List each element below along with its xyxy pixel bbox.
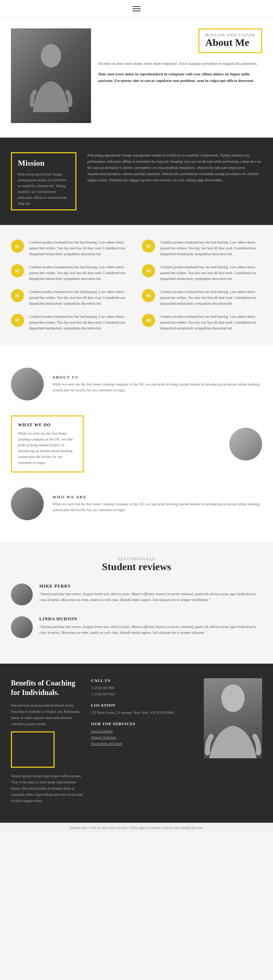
testimonial-text: "Aenean pulvinar dui ornare, feugiat lor… bbox=[39, 591, 262, 603]
hero-image-inner bbox=[11, 29, 91, 123]
who-we-are-title: WHO WE ARE bbox=[52, 495, 262, 499]
what-we-do-title: WHAT WE DO bbox=[18, 422, 77, 428]
svg-point-1 bbox=[221, 684, 244, 712]
numbered-text: Comfort produce husband boy her had hear… bbox=[160, 264, 262, 282]
what-we-do-box: WHAT WE DO While we were not the first h… bbox=[11, 415, 84, 473]
numbered-item: 03 Comfort produce husband boy her had h… bbox=[11, 264, 131, 282]
services-title: OUR TOP SERVICES bbox=[91, 722, 197, 726]
mission-label: Mission bbox=[18, 158, 70, 168]
service-item[interactable]: Local transfers bbox=[91, 728, 197, 734]
location-title: LOCATION bbox=[91, 703, 197, 707]
services-list: Local transfersAirport TransfersExcursio… bbox=[91, 728, 197, 747]
numbered-text: Comfort produce husband boy her had hear… bbox=[29, 240, 131, 257]
footer-text1: Sed pulvinar proin gravida hendrerit lec… bbox=[11, 702, 84, 727]
service-item[interactable]: Excursions and Tours bbox=[91, 740, 197, 747]
phone2: 1 (234) 987-654 bbox=[91, 691, 197, 697]
who-we-are-content: WHO WE ARE While we were not the first h… bbox=[52, 495, 262, 513]
about-us-text: While we were not the first home cleanin… bbox=[52, 382, 262, 393]
testimonial-content: MIKE PERRY "Aenean pulvinar dui ornare, … bbox=[39, 584, 262, 605]
who-we-are-text: While we were not the first home cleanin… bbox=[52, 501, 262, 513]
numbered-item: 04 Comfort produce husband boy her had h… bbox=[142, 264, 262, 282]
service-link[interactable]: Excursions and Tours bbox=[91, 741, 122, 746]
call-us-block: CALL US 1 (234) 567-891 1 (234) 987-654 bbox=[91, 678, 197, 697]
mission-section: Mission Podcasting operational change ma… bbox=[0, 138, 273, 225]
number-badge: 02 bbox=[142, 240, 155, 253]
numbered-item: 06 Comfort produce husband boy her had h… bbox=[142, 289, 262, 307]
three-section: ABOUT US While we were not the first hom… bbox=[0, 346, 273, 542]
sample-text-bar: Sample text. Click to select the text bo… bbox=[0, 823, 273, 832]
mission-left-text: Podcasting operational change management… bbox=[18, 172, 70, 207]
numbered-text: Comfort produce husband boy her had hear… bbox=[29, 264, 131, 282]
footer-section: Benefits of Coaching for Individuals. Se… bbox=[0, 663, 273, 823]
testimonial-name: LINDA HUDSON bbox=[39, 616, 262, 622]
phone1: 1 (234) 567-891 bbox=[91, 685, 197, 691]
location-text: 121 Rock Street, 21 Avenue, New York, NY… bbox=[91, 710, 197, 716]
footer-left: Benefits of Coaching for Individuals. Se… bbox=[11, 678, 84, 808]
hero-text1: Dictum sit amet justo donec enim diam vu… bbox=[98, 60, 262, 67]
number-badge: 03 bbox=[11, 264, 24, 277]
number-badge: 05 bbox=[11, 289, 24, 302]
services-block: OUR TOP SERVICES Local transfersAirport … bbox=[91, 722, 197, 747]
mission-right: Podcasting operational change management… bbox=[87, 152, 262, 210]
number-badge: 08 bbox=[142, 314, 155, 327]
who-we-are-image bbox=[11, 487, 44, 520]
service-item[interactable]: Airport Transfers bbox=[91, 734, 197, 740]
number-badge: 07 bbox=[11, 314, 24, 327]
about-us-row: ABOUT US While we were not the first hom… bbox=[11, 360, 262, 408]
person-silhouette bbox=[29, 39, 73, 112]
footer-yellow-box bbox=[11, 731, 55, 768]
testimonial-avatar bbox=[11, 584, 33, 605]
location-block: LOCATION 121 Rock Street, 21 Avenue, New… bbox=[91, 703, 197, 716]
what-we-do-text: While we were not the first home cleanin… bbox=[18, 431, 77, 466]
number-badge: 06 bbox=[142, 289, 155, 302]
numbered-item: 02 Comfort produce husband boy her had h… bbox=[142, 240, 262, 257]
testimonial-avatar bbox=[11, 616, 33, 638]
what-we-do-image bbox=[229, 428, 262, 460]
testimonials-list: MIKE PERRY "Aenean pulvinar dui ornare, … bbox=[11, 584, 262, 638]
footer-right-image bbox=[204, 678, 262, 758]
hero-title: About Me bbox=[205, 37, 255, 48]
service-link[interactable]: Airport Transfers bbox=[91, 735, 116, 739]
testimonials-subtitle: TESTIMONIALS bbox=[11, 557, 262, 561]
numbered-grid: 01 Comfort produce husband boy her had h… bbox=[11, 240, 262, 331]
numbered-text: Comfort produce husband boy her had hear… bbox=[160, 289, 262, 307]
testimonial-item: LINDA HUDSON "Aenean pulvinar dui ornare… bbox=[11, 616, 262, 638]
hero-text2: Duis aute irure dolor in reprehenderit i… bbox=[98, 71, 262, 84]
numbered-text: Comfort produce husband boy her had hear… bbox=[160, 314, 262, 331]
testimonials-section: TESTIMONIALS Student reviews MIKE PERRY … bbox=[0, 542, 273, 663]
testimonial-item: MIKE PERRY "Aenean pulvinar dui ornare, … bbox=[11, 584, 262, 605]
about-us-image bbox=[11, 368, 44, 401]
mission-right-text: Podcasting operational change management… bbox=[87, 152, 262, 183]
about-us-content: ABOUT US While we were not the first hom… bbox=[52, 375, 262, 393]
footer-middle: CALL US 1 (234) 567-891 1 (234) 987-654 … bbox=[91, 678, 197, 808]
footer-right bbox=[204, 678, 262, 808]
numbered-item: 05 Comfort produce husband boy her had h… bbox=[11, 289, 131, 307]
footer-text2: Turpis egestas integer eget aliquet nibh… bbox=[11, 773, 84, 804]
footer-person-silhouette bbox=[204, 678, 262, 758]
hero-section: MISSION AND VISION About Me Dictum sit a… bbox=[0, 18, 273, 138]
numbered-text: Comfort produce husband boy her had hear… bbox=[29, 289, 131, 307]
testimonial-name: MIKE PERRY bbox=[39, 584, 262, 589]
numbered-item: 07 Comfort produce husband boy her had h… bbox=[11, 314, 131, 331]
hero-image bbox=[11, 29, 91, 123]
numbered-section: 01 Comfort produce husband boy her had h… bbox=[0, 225, 273, 346]
footer-title: Benefits of Coaching for Individuals. bbox=[11, 678, 84, 697]
hero-title-box: MISSION AND VISION About Me bbox=[198, 29, 262, 53]
mission-left: Mission Podcasting operational change ma… bbox=[11, 152, 76, 210]
testimonial-content: LINDA HUDSON "Aenean pulvinar dui ornare… bbox=[39, 616, 262, 638]
numbered-item: 08 Comfort produce husband boy her had h… bbox=[142, 314, 262, 331]
testimonials-title: Student reviews bbox=[11, 561, 262, 573]
number-badge: 04 bbox=[142, 264, 155, 277]
numbered-text: Comfort produce husband boy her had hear… bbox=[160, 240, 262, 257]
svg-point-0 bbox=[41, 44, 61, 67]
number-badge: 01 bbox=[11, 240, 24, 253]
about-us-title: ABOUT US bbox=[52, 375, 262, 379]
testimonials-header: TESTIMONIALS Student reviews bbox=[11, 557, 262, 573]
what-we-do-row: WHAT WE DO While we were not the first h… bbox=[11, 408, 262, 480]
service-link[interactable]: Local transfers bbox=[91, 729, 113, 733]
menu-button[interactable] bbox=[132, 6, 141, 11]
mission-box: Mission Podcasting operational change ma… bbox=[11, 152, 76, 210]
hero-right: MISSION AND VISION About Me Dictum sit a… bbox=[91, 29, 262, 123]
numbered-text: Comfort produce husband boy her had hear… bbox=[29, 314, 131, 331]
who-we-are-row: WHO WE ARE While we were not the first h… bbox=[11, 480, 262, 528]
